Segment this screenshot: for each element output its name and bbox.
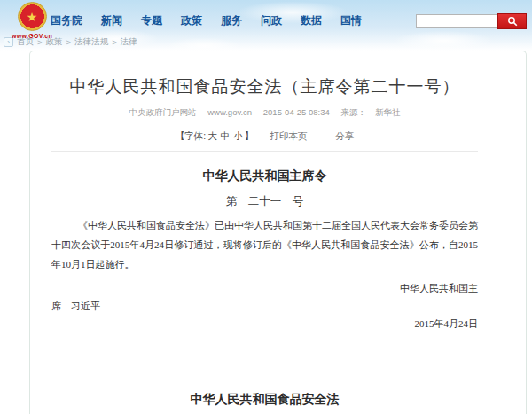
main-nav: 国务院 新闻 专题 政策 服务 问政 数据 国情	[51, 13, 362, 28]
font-size-small-button[interactable]: 小	[233, 130, 243, 143]
breadcrumb-item-law[interactable]: 法律	[121, 36, 137, 48]
decree-number: 第 二十一 号	[51, 195, 478, 207]
law-heading: 中华人民共和国食品安全法	[51, 393, 478, 407]
signature-line-2: 席 习近平	[51, 297, 478, 315]
decree-heading: 中华人民共和国主席令	[51, 169, 478, 184]
search-button[interactable]	[497, 13, 527, 29]
nav-item-topics[interactable]: 专题	[141, 13, 162, 28]
nav-item-policy[interactable]: 政策	[181, 13, 202, 28]
breadcrumb-separator: >	[37, 37, 43, 47]
meta-source: 新华社	[375, 107, 401, 117]
star-icon: ★	[19, 3, 46, 30]
meta-source-label: 来源：	[340, 107, 366, 117]
font-size-label-prefix: 【字体:	[176, 130, 206, 143]
site-header: ★ www.GOV.cn 国务院 新闻 专题 政策 服务 问政 数据 国情 › …	[0, 0, 532, 51]
font-size-medium-button[interactable]: 中	[221, 130, 231, 143]
national-emblem-icon: ★	[18, 2, 47, 31]
toolbar-divider	[51, 151, 478, 152]
site-logo[interactable]: ★ www.GOV.cn	[8, 2, 56, 39]
search-icon	[507, 16, 518, 27]
document-body: 中华人民共和国主席令 第 二十一 号 《中华人民共和国食品安全法》已由中华人民共…	[51, 169, 478, 414]
breadcrumb-item-policy[interactable]: 政策	[46, 36, 63, 48]
font-size-large-button[interactable]: 大	[207, 130, 217, 143]
search-box	[416, 13, 527, 29]
meta-site-name: 中央政府门户网站	[129, 107, 197, 117]
nav-item-data[interactable]: 数据	[301, 13, 322, 28]
article-toolbar: 【字体: 大 中 小 】 打印本页 分享	[51, 130, 478, 143]
breadcrumb-arrow-icon: ›	[4, 37, 13, 47]
breadcrumb-item-laws-regulations[interactable]: 法律法规	[74, 36, 108, 48]
nav-item-news[interactable]: 新闻	[101, 13, 122, 28]
nav-item-state-council[interactable]: 国务院	[51, 13, 82, 28]
meta-site-url: www.gov.cn	[207, 107, 252, 117]
signature-date: 2015年4月24日	[51, 315, 478, 332]
breadcrumb-item-home[interactable]: 首页	[17, 36, 34, 48]
search-input[interactable]	[416, 14, 497, 28]
breadcrumb: › 首页 > 政策 > 法律法规 > 法律	[4, 36, 137, 48]
meta-datetime: 2015-04-25 08:34	[263, 107, 330, 117]
signature-line-1: 中华人民共和国主	[51, 279, 478, 297]
nav-item-services[interactable]: 服务	[221, 13, 242, 28]
font-size-label-suffix: 】	[245, 130, 254, 143]
breadcrumb-separator: >	[112, 37, 117, 47]
article-meta: 中央政府门户网站 www.gov.cn 2015-04-25 08:34 来源：…	[51, 107, 478, 119]
nav-item-national-conditions[interactable]: 国情	[340, 13, 362, 28]
article-card: 中华人民共和国食品安全法（主席令第二十一号） 中央政府门户网站 www.gov.…	[29, 51, 527, 414]
page-title: 中华人民共和国食品安全法（主席令第二十一号）	[51, 75, 478, 98]
print-page-button[interactable]: 打印本页	[270, 130, 307, 143]
breadcrumb-separator: >	[66, 37, 72, 47]
nav-item-interaction[interactable]: 问政	[261, 13, 282, 28]
decree-paragraph: 《中华人民共和国食品安全法》已由中华人民共和国第十二届全国人民代表大会常务委员会…	[51, 215, 478, 274]
share-button[interactable]: 分享	[335, 130, 354, 143]
